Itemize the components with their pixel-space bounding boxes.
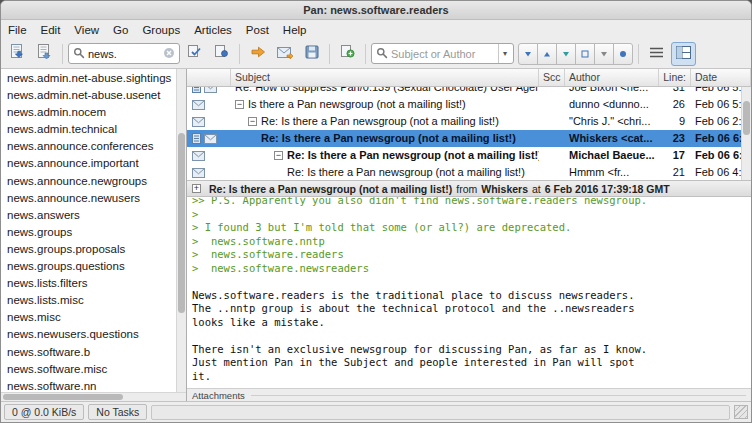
- group-list-item[interactable]: news.lists.filters: [1, 275, 176, 292]
- clear-search-icon[interactable]: [163, 45, 175, 63]
- thread-row[interactable]: Re: Is there a Pan newsgroup (not a mail…: [187, 130, 751, 147]
- mark-unread-button[interactable]: [209, 42, 234, 66]
- groups-horizontal-scrollbar[interactable]: [1, 392, 186, 401]
- save-articles-button[interactable]: [299, 42, 324, 66]
- menu-go[interactable]: Go: [106, 22, 135, 38]
- menu-view[interactable]: View: [67, 22, 106, 38]
- thread-row-icons: [187, 130, 231, 147]
- group-list-item[interactable]: news.announce.newgroups: [1, 173, 176, 190]
- filter-my-articles-button[interactable]: [594, 43, 614, 65]
- group-list-item[interactable]: news.software.nn: [1, 378, 176, 392]
- search-icon: [376, 45, 388, 63]
- thread-row-icons: [187, 147, 231, 164]
- group-list-item[interactable]: news.newusers.questions: [1, 326, 176, 343]
- thread-subject: Is there a Pan newsgroup (not a mailing …: [248, 98, 466, 110]
- column-header-author[interactable]: Author: [565, 69, 659, 86]
- group-list-item[interactable]: news.groups.proposals: [1, 241, 176, 258]
- group-list-item[interactable]: news.admin.technical: [1, 121, 176, 138]
- thread-subject: Re: Is there a Pan newsgroup (not a mail…: [261, 132, 516, 144]
- group-list-item[interactable]: news.announce.conferences: [1, 138, 176, 155]
- filter-binary-button[interactable]: [575, 43, 595, 65]
- column-header-lines[interactable]: Line:: [659, 69, 691, 86]
- menu-groups[interactable]: Groups: [135, 22, 187, 38]
- group-list-item[interactable]: news.software.b: [1, 344, 176, 361]
- group-list-item[interactable]: news.announce.important: [1, 155, 176, 172]
- connection-speed-indicator: 0 @ 0.0 KiB/s: [4, 404, 84, 420]
- thread-score: [539, 87, 565, 96]
- article-search[interactable]: ▾: [371, 43, 514, 64]
- toolbar: ▾: [1, 39, 751, 69]
- menu-help[interactable]: Help: [276, 22, 314, 38]
- filter-unread-button[interactable]: [518, 43, 538, 65]
- group-list-item[interactable]: news.admin.nocem: [1, 104, 176, 121]
- message-body-line: looks like a mistake.: [192, 316, 751, 330]
- group-list-item[interactable]: news.lists.misc: [1, 292, 176, 309]
- groups-vertical-scrollbar[interactable]: [176, 69, 186, 392]
- group-list-item[interactable]: news.answers: [1, 207, 176, 224]
- window-titlebar[interactable]: Pan: news.software.readers: [1, 1, 751, 20]
- thread-row[interactable]: Re: Is there a Pan newsgroup (not a mail…: [187, 164, 751, 180]
- task-status-label[interactable]: No Tasks: [88, 404, 147, 420]
- group-list-item[interactable]: news.misc: [1, 309, 176, 326]
- filter-watched-button[interactable]: [613, 43, 633, 65]
- group-list-item[interactable]: news.admin.net-abuse.sightings: [1, 70, 176, 87]
- resize-grip-icon[interactable]: [734, 405, 748, 419]
- column-header-score[interactable]: Scc: [539, 69, 565, 86]
- layout-panes-button[interactable]: [671, 42, 696, 66]
- group-list-item[interactable]: news.admin.net-abuse.usenet: [1, 87, 176, 104]
- column-header-date[interactable]: Date: [691, 69, 751, 86]
- attachments-divider: [251, 395, 746, 396]
- thread-row[interactable]: −Re: Is there a Pan newsgroup (not a mai…: [187, 113, 751, 130]
- expander-expanded-icon[interactable]: −: [274, 151, 283, 160]
- menu-file[interactable]: File: [1, 22, 34, 38]
- layout-list-button[interactable]: [644, 42, 669, 66]
- menu-articles[interactable]: Articles: [187, 22, 239, 38]
- get-new-headers-button[interactable]: [5, 42, 30, 66]
- scrollbar-thumb[interactable]: [743, 101, 750, 135]
- message-body-line: >: [192, 208, 751, 222]
- toolbar-separator: [365, 44, 366, 64]
- header-expander-icon[interactable]: +: [192, 184, 201, 193]
- threads-vertical-scrollbar[interactable]: [741, 87, 751, 180]
- next-unread-thread-button[interactable]: [272, 42, 297, 66]
- save-articles-icon: [305, 45, 319, 63]
- menu-edit[interactable]: Edit: [34, 22, 68, 38]
- from-label: from: [456, 183, 477, 195]
- group-search[interactable]: [68, 43, 180, 64]
- statusbar: 0 @ 0.0 KiB/s No Tasks: [1, 401, 751, 422]
- attachments-bar: Attachments: [187, 388, 751, 401]
- scrollbar-thumb[interactable]: [3, 394, 123, 400]
- post-article-button[interactable]: [335, 42, 360, 66]
- group-list-item[interactable]: news.groups: [1, 224, 176, 241]
- article-icon: [204, 134, 217, 144]
- thread-subject-cell: −Re: Is there a Pan newsgroup (not a mai…: [231, 147, 539, 164]
- thread-lines: 17: [659, 147, 691, 164]
- scrollbar-thumb[interactable]: [178, 133, 185, 313]
- filter-cached-button[interactable]: [556, 43, 576, 65]
- group-search-input[interactable]: [88, 48, 160, 60]
- group-list-item[interactable]: news.announce.newusers: [1, 190, 176, 207]
- article-cached-icon: [192, 133, 201, 144]
- article-search-input[interactable]: [391, 48, 495, 60]
- thread-row-icons: [187, 96, 231, 113]
- group-list-item[interactable]: news.groups.questions: [1, 258, 176, 275]
- thread-subject: Re: Is there a Pan newsgroup (not a mail…: [261, 115, 499, 127]
- column-header-subject[interactable]: Subject: [231, 69, 539, 86]
- message-body[interactable]: >> P.S. Apparently you also didn't find …: [187, 197, 751, 388]
- search-scope-dropdown-icon[interactable]: ▾: [498, 44, 509, 63]
- get-all-headers-button[interactable]: [32, 42, 57, 66]
- menu-post[interactable]: Post: [239, 22, 276, 38]
- article-header-bar: + Re: Is there a Pan newsgroup (not a ma…: [187, 180, 751, 197]
- column-header-state[interactable]: [187, 69, 231, 86]
- next-unread-article-button[interactable]: [245, 42, 270, 66]
- filter-read-button[interactable]: [537, 43, 557, 65]
- thread-row[interactable]: −Is there a Pan newsgroup (not a mailing…: [187, 96, 751, 113]
- expander-expanded-icon[interactable]: −: [248, 117, 257, 126]
- thread-row[interactable]: −Re: Is there a Pan newsgroup (not a mai…: [187, 147, 751, 164]
- mark-read-button[interactable]: [182, 42, 207, 66]
- group-list-item[interactable]: news.software.misc: [1, 361, 176, 378]
- menubar: FileEditViewGoGroupsArticlesPostHelp: [1, 20, 751, 39]
- message-body-line: The ..nntp group is about the technical …: [192, 302, 751, 316]
- expander-expanded-icon[interactable]: −: [235, 100, 244, 109]
- thread-row[interactable]: Re: How to suppress Pan/0.139 (Sexual Ch…: [187, 87, 751, 96]
